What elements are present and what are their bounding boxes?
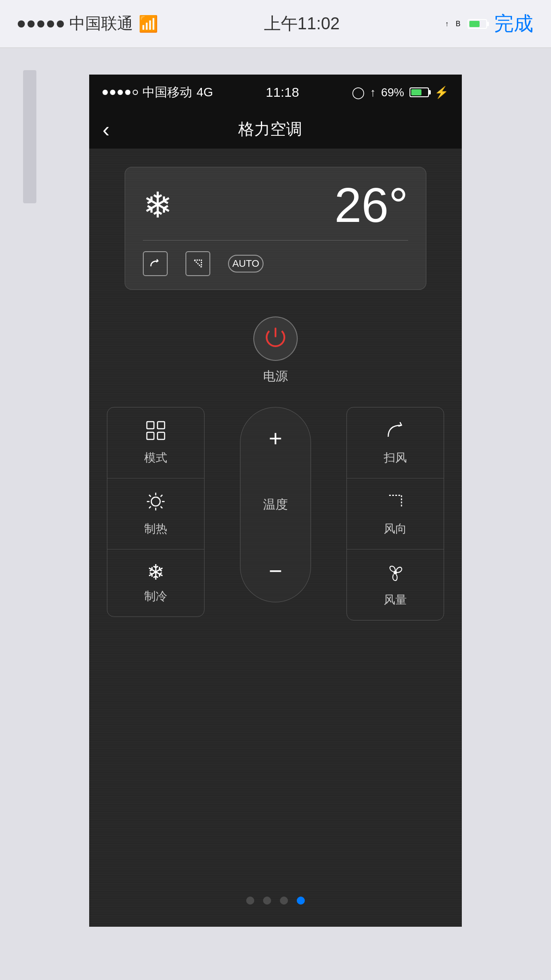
temp-control-pill: + 温度 − <box>240 407 311 602</box>
mode-label: 模式 <box>144 450 167 466</box>
sweep-icon <box>385 420 406 445</box>
svg-line-12 <box>149 506 151 508</box>
direction-status-btn[interactable] <box>185 251 210 276</box>
sweep-label: 扫风 <box>384 450 407 466</box>
svg-point-13 <box>394 571 397 574</box>
left-controls: 模式 <box>107 407 205 617</box>
signal-dot-1 <box>18 20 25 28</box>
done-button[interactable]: 完成 <box>494 11 533 37</box>
page-dot-2[interactable] <box>263 897 271 905</box>
signal-dot-3 <box>37 20 44 28</box>
power-button[interactable] <box>253 316 298 361</box>
ac-content: ❄ 26° <box>89 149 462 927</box>
bluetooth-icon: B <box>456 20 460 28</box>
wifi-icon: 📶 <box>138 15 158 33</box>
svg-line-11 <box>161 495 162 497</box>
temp-label: 温度 <box>263 496 288 513</box>
power-line <box>275 328 276 337</box>
nav-title: 格力空调 <box>118 119 422 140</box>
signal-dot-2 <box>28 20 35 28</box>
inner-dot-1 <box>102 90 108 95</box>
cool-cell[interactable]: ❄ 制冷 <box>107 549 204 616</box>
svg-line-9 <box>149 495 151 497</box>
svg-point-4 <box>151 497 160 506</box>
temp-minus-button[interactable]: − <box>258 553 293 589</box>
inner-status-left: 中国移动 4G <box>102 84 213 101</box>
main-content: 中国移动 4G 11:18 ◯ ↑ 69% ⚡ ‹ 格力空调 <box>0 48 551 980</box>
svg-rect-1 <box>157 422 165 429</box>
fan-icon <box>385 562 406 587</box>
fan-cell[interactable]: 风量 <box>347 549 444 620</box>
battery-fill <box>469 21 480 27</box>
direction-label: 风向 <box>384 521 407 537</box>
cool-label: 制冷 <box>144 589 167 604</box>
lock-icon: ◯ <box>352 86 365 99</box>
right-controls: 扫风 风向 <box>346 407 444 620</box>
mode-icon <box>145 420 166 445</box>
svg-rect-3 <box>157 432 165 439</box>
temp-plus-button[interactable]: + <box>258 421 293 456</box>
power-icon <box>264 328 287 350</box>
location-icon: ↑ <box>445 20 449 28</box>
outer-status-left: 中国联通 📶 <box>18 13 158 35</box>
snowflake-icon: ❄ <box>143 185 173 226</box>
inner-status-bar: 中国移动 4G 11:18 ◯ ↑ 69% ⚡ <box>89 75 462 110</box>
svg-rect-2 <box>147 432 154 439</box>
edge-indicator <box>23 70 36 203</box>
back-button[interactable]: ‹ <box>102 119 110 140</box>
inner-dot-2 <box>110 90 115 95</box>
left-edge-area <box>0 48 36 225</box>
mode-cell[interactable]: 模式 <box>107 407 204 478</box>
power-label: 电源 <box>263 368 288 385</box>
sweep-status-btn[interactable] <box>143 251 168 276</box>
outer-time: 上午11:02 <box>264 12 340 35</box>
auto-badge[interactable]: AUTO <box>228 255 264 273</box>
svg-line-10 <box>161 506 162 508</box>
sweep-cell[interactable]: 扫风 <box>347 407 444 478</box>
heat-icon <box>145 491 166 516</box>
svg-rect-0 <box>147 422 154 429</box>
inner-battery-fill <box>411 89 421 95</box>
inner-network: 4G <box>197 85 213 99</box>
page-dot-3[interactable] <box>280 897 288 905</box>
status-top: ❄ 26° <box>143 181 408 241</box>
status-bottom: AUTO <box>143 251 408 276</box>
temperature-display: 26° <box>335 181 408 229</box>
inner-time: 11:18 <box>266 85 299 100</box>
heat-label: 制热 <box>144 521 167 537</box>
page-dot-4-active[interactable] <box>297 897 305 905</box>
signal-dot-5 <box>57 20 64 28</box>
page-dot-1[interactable] <box>246 897 254 905</box>
outer-status-bar: 中国联通 📶 上午11:02 ↑ B 完成 <box>0 0 551 48</box>
inner-carrier: 中国移动 <box>142 84 192 101</box>
inner-dot-3 <box>118 90 123 95</box>
inner-status-right: ◯ ↑ 69% ⚡ <box>352 86 449 99</box>
inner-signal-dots <box>102 90 138 95</box>
cool-icon: ❄ <box>147 562 165 583</box>
nav-bar: ‹ 格力空调 <box>89 110 462 149</box>
phone-screen: 中国移动 4G 11:18 ◯ ↑ 69% ⚡ ‹ 格力空调 <box>89 75 462 927</box>
heat-cell[interactable]: 制热 <box>107 478 204 549</box>
outer-status-right: ↑ B 完成 <box>445 11 533 37</box>
battery-icon <box>468 19 487 29</box>
inner-dot-4 <box>125 90 130 95</box>
signal-dot-4 <box>47 20 54 28</box>
fan-label: 风量 <box>384 592 407 608</box>
direction-cell[interactable]: 风向 <box>347 478 444 549</box>
center-control: + 温度 − <box>213 407 338 602</box>
location-icon-inner: ↑ <box>370 86 376 99</box>
battery-pct: 69% <box>381 86 404 99</box>
controls-row: 模式 <box>107 407 444 620</box>
direction-icon <box>385 491 406 516</box>
signal-dots <box>18 20 64 28</box>
charging-icon: ⚡ <box>434 86 449 99</box>
inner-battery <box>409 87 429 97</box>
outer-carrier: 中国联通 <box>69 13 133 35</box>
page-dots <box>246 897 305 905</box>
status-card: ❄ 26° <box>125 167 426 290</box>
inner-dot-5 <box>133 90 138 95</box>
power-section: 电源 <box>253 316 298 385</box>
